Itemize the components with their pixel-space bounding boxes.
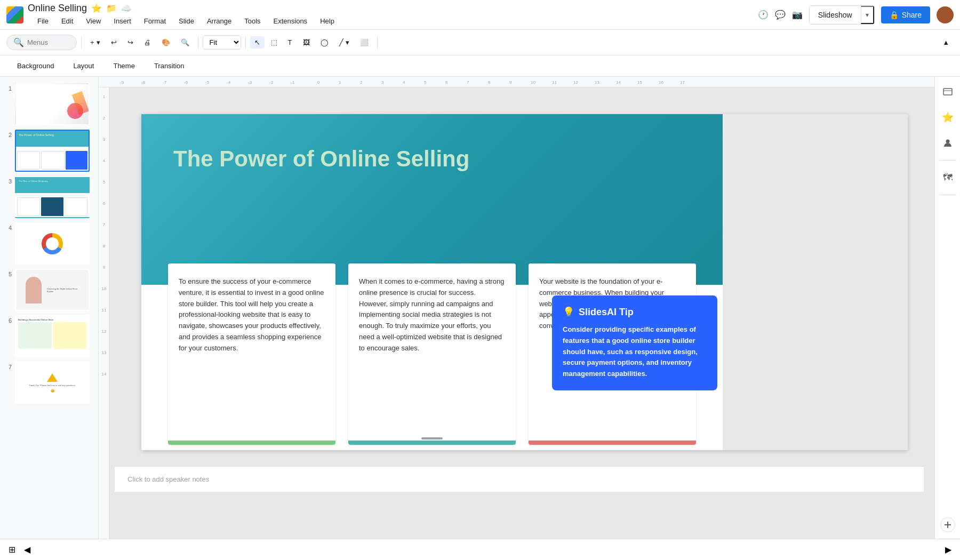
camera-icon[interactable]: 📷 — [792, 10, 803, 20]
slide-thumbnail-6[interactable]: Building a Successful Online Store — [15, 315, 90, 357]
slide-thumb-2[interactable]: 2 The Power of Online Selling — [0, 127, 98, 174]
zoom-select[interactable]: Fit 50% 75% 100% — [203, 35, 241, 50]
sidebar-star-icon[interactable]: ⭐ — [939, 109, 956, 126]
menu-format[interactable]: Format — [139, 15, 171, 27]
collapse-toolbar-button[interactable]: ▲ — [938, 36, 954, 49]
image-tool-button[interactable]: 🖼 — [299, 36, 314, 49]
slide-thumb-5[interactable]: 5 Choosing the Right Online Store Builde… — [0, 267, 98, 313]
paint-button[interactable]: 🎨 — [157, 36, 174, 49]
menu-tools[interactable]: Tools — [239, 15, 266, 27]
doc-title[interactable]: Online Selling — [28, 3, 87, 14]
slides-view-toggle[interactable]: ⊞ — [9, 545, 15, 555]
background-button[interactable]: Background — [9, 59, 62, 73]
new-slide-button[interactable]: + ▾ — [86, 36, 105, 49]
sidebar-maps-icon[interactable]: 🗺 — [939, 169, 956, 186]
slide-thumbnail-4[interactable] — [15, 222, 90, 265]
transition-button[interactable]: Transition — [146, 59, 193, 73]
svg-text:15: 15 — [637, 80, 642, 85]
slide-scroll-area[interactable]: The Power of Online Selling To ensure th… — [109, 87, 934, 539]
svg-text:2: 2 — [360, 80, 363, 85]
menu-extensions[interactable]: Extensions — [268, 15, 313, 27]
slide-title[interactable]: The Power of Online Selling — [173, 146, 469, 172]
speaker-notes[interactable]: Click to add speaker notes — [115, 466, 924, 492]
slide-thumbnail-5[interactable]: Choosing the Right Online Store Builder — [15, 269, 90, 311]
sidebar-slides-icon[interactable] — [939, 83, 956, 100]
nav-right-button[interactable]: ▶ — [945, 545, 951, 555]
slide-thumbnail-3[interactable]: The Rise of Online Shopping — [15, 176, 90, 218]
svg-text:-7: -7 — [163, 80, 167, 85]
slide-canvas[interactable]: The Power of Online Selling To ensure th… — [141, 114, 723, 450]
slide-thumb-3[interactable]: 3 The Rise of Online Shopping — [0, 174, 98, 220]
collapse-icon: ▲ — [942, 38, 949, 46]
comment-icon[interactable]: 💬 — [775, 10, 786, 20]
sidebar-add-button[interactable] — [940, 517, 955, 532]
slide-thumb-4[interactable]: 4 — [0, 220, 98, 267]
slide-thumb-1[interactable]: 1 — [0, 81, 98, 127]
slide-num-5: 5 — [4, 269, 12, 277]
menu-arrange[interactable]: Arrange — [202, 15, 237, 27]
cloud-icon[interactable]: ☁️ — [121, 3, 132, 13]
svg-text:7: 7 — [103, 222, 106, 227]
search-toolbar[interactable]: 🔍 — [6, 35, 77, 50]
separator-1 — [81, 36, 82, 49]
redo-button[interactable]: ↪ — [123, 36, 138, 49]
app-logo[interactable] — [6, 6, 23, 23]
svg-text:6: 6 — [445, 80, 448, 85]
folder-icon[interactable]: 📁 — [106, 3, 117, 13]
menu-help[interactable]: Help — [315, 15, 340, 27]
svg-text:17: 17 — [680, 80, 685, 85]
slides-grid-icon[interactable]: ⊞ — [9, 545, 15, 555]
slide-thumb-6[interactable]: 6 Building a Successful Online Store — [0, 313, 98, 359]
slideshow-button[interactable]: Slideshow ▾ — [809, 5, 875, 25]
layout-button[interactable]: Layout — [65, 59, 102, 73]
svg-text:6: 6 — [103, 201, 106, 206]
svg-text:3: 3 — [103, 137, 106, 142]
text-tool-button[interactable]: T — [284, 36, 297, 49]
menu-file[interactable]: File — [32, 15, 54, 27]
zoom-button[interactable]: 🔍 — [177, 36, 194, 49]
content-card-1[interactable]: To ensure the success of your e-commerce… — [168, 263, 335, 445]
collapse-panel-button[interactable]: ◀ — [24, 545, 30, 555]
slideshow-main-button[interactable]: Slideshow — [810, 6, 861, 23]
print-button[interactable]: 🖨 — [140, 36, 155, 49]
slideshow-arrow-button[interactable]: ▾ — [861, 6, 874, 24]
star-icon[interactable]: ⭐ — [91, 3, 102, 13]
svg-text:14: 14 — [102, 372, 107, 377]
nav-right-icon: ▶ — [945, 545, 951, 554]
menu-insert[interactable]: Insert — [108, 15, 137, 27]
search-input[interactable] — [27, 38, 70, 46]
slide-thumb-7[interactable]: 7 Thank You. Please feel free to ask any… — [0, 359, 98, 406]
speaker-notes-placeholder[interactable]: Click to add speaker notes — [127, 475, 209, 483]
tip-popup[interactable]: 💡 SlidesAI Tip Consider providing specif… — [552, 295, 717, 390]
cursor-tool-button[interactable]: ↖ — [250, 36, 265, 49]
svg-text:11: 11 — [102, 308, 107, 313]
slide-thumbnail-7[interactable]: Thank You. Please feel free to ask any q… — [15, 362, 90, 404]
sidebar-person-icon[interactable] — [939, 134, 956, 151]
slide-thumbnail-2[interactable]: The Power of Online Selling — [15, 130, 90, 172]
share-label: Share — [902, 11, 922, 19]
menu-slide[interactable]: Slide — [173, 15, 199, 27]
cursor-icon: ↖ — [254, 38, 260, 46]
undo-button[interactable]: ↩ — [107, 36, 121, 49]
select-tool-button[interactable]: ⬚ — [267, 36, 282, 49]
svg-text:12: 12 — [102, 329, 107, 334]
svg-text:14: 14 — [616, 80, 621, 85]
line-tool-button[interactable]: ╱ ▾ — [335, 36, 354, 49]
menu-edit[interactable]: Edit — [56, 15, 78, 27]
content-card-2[interactable]: When it comes to e-commerce, having a st… — [348, 263, 516, 445]
status-bar: ⊞ ◀ ▶ — [0, 539, 960, 560]
shape-tool-button[interactable]: ◯ — [316, 36, 333, 49]
svg-text:-9: -9 — [120, 80, 124, 85]
avatar[interactable] — [937, 6, 954, 23]
separator-3 — [245, 36, 246, 49]
frame-tool-button[interactable]: ⬜ — [356, 36, 373, 49]
menu-view[interactable]: View — [81, 15, 106, 27]
svg-point-43 — [946, 140, 949, 143]
svg-text:1: 1 — [339, 80, 341, 85]
tip-title: 💡 SlidesAI Tip — [563, 306, 707, 318]
svg-text:4: 4 — [403, 80, 405, 85]
theme-button[interactable]: Theme — [105, 59, 143, 73]
slide-thumbnail-1[interactable] — [15, 83, 90, 125]
history-icon[interactable]: 🕐 — [758, 10, 769, 20]
share-button[interactable]: 🔒 Share — [881, 6, 930, 23]
